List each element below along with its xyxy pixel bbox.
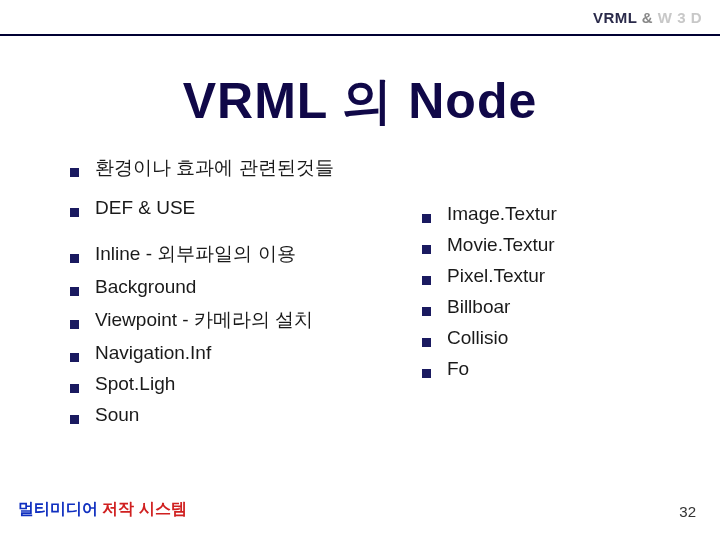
list-item: Image.Textur	[422, 203, 690, 225]
bullet-icon	[422, 338, 431, 347]
left-item-label: Navigation.Inf	[95, 342, 211, 364]
bullet-icon	[70, 415, 79, 424]
page-title: VRML 의 Node	[0, 68, 720, 135]
list-item: Fo	[422, 358, 690, 380]
bullet-icon	[422, 369, 431, 378]
content-area: 환경이나 효과에 관련된것들 DEF & USE Inline - 외부파일의 …	[70, 155, 690, 435]
list-item: Movie.Textur	[422, 234, 690, 256]
left-item-label: Inline - 외부파일의 이용	[95, 241, 296, 267]
left-item-label: Viewpoint - 카메라의 설치	[95, 307, 313, 333]
header-w3d: W 3 D	[658, 9, 702, 26]
bullet-icon	[70, 254, 79, 263]
right-item-label: Fo	[447, 358, 469, 380]
list-item: 환경이나 효과에 관련된것들	[70, 155, 410, 181]
header-bar: VRML & W 3 D	[0, 0, 720, 36]
left-column: 환경이나 효과에 관련된것들 DEF & USE Inline - 외부파일의 …	[70, 155, 410, 435]
list-item: Inline - 외부파일의 이용	[70, 241, 410, 267]
right-item-label: Image.Textur	[447, 203, 557, 225]
list-item: Navigation.Inf	[70, 342, 410, 364]
bullet-icon	[70, 208, 79, 217]
footer-title: 멀티미디어 저작 시스템	[18, 499, 187, 520]
bullet-icon	[422, 276, 431, 285]
bullet-icon	[70, 287, 79, 296]
bullet-icon	[422, 214, 431, 223]
list-item: Viewpoint - 카메라의 설치	[70, 307, 410, 333]
intro-text-2: DEF & USE	[95, 197, 195, 219]
bullet-icon	[70, 384, 79, 393]
list-item: Pixel.Textur	[422, 265, 690, 287]
list-item: Billboar	[422, 296, 690, 318]
footer-red: 저작 시스템	[102, 500, 186, 517]
header-brand: VRML & W 3 D	[593, 9, 702, 26]
bullet-icon	[70, 353, 79, 362]
right-item-label: Pixel.Textur	[447, 265, 545, 287]
left-item-label: Background	[95, 276, 196, 298]
header-vrml: VRML	[593, 9, 637, 26]
bullet-icon	[70, 320, 79, 329]
footer-blue: 멀티미디어	[18, 500, 102, 517]
right-item-label: Collisio	[447, 327, 508, 349]
list-item: Collisio	[422, 327, 690, 349]
header-amp: &	[637, 9, 658, 26]
list-item: Spot.Ligh	[70, 373, 410, 395]
list-item: DEF & USE	[70, 197, 410, 219]
left-item-label: Spot.Ligh	[95, 373, 175, 395]
list-item: Soun	[70, 404, 410, 426]
right-column: Image.Textur Movie.Textur Pixel.Textur B…	[410, 155, 690, 435]
list-item: Background	[70, 276, 410, 298]
right-item-label: Billboar	[447, 296, 510, 318]
intro-text-1: 환경이나 효과에 관련된것들	[95, 155, 334, 181]
left-item-label: Soun	[95, 404, 139, 426]
right-item-label: Movie.Textur	[447, 234, 555, 256]
bullet-icon	[70, 168, 79, 177]
bullet-icon	[422, 307, 431, 316]
page-number: 32	[679, 503, 696, 520]
bullet-icon	[422, 245, 431, 254]
